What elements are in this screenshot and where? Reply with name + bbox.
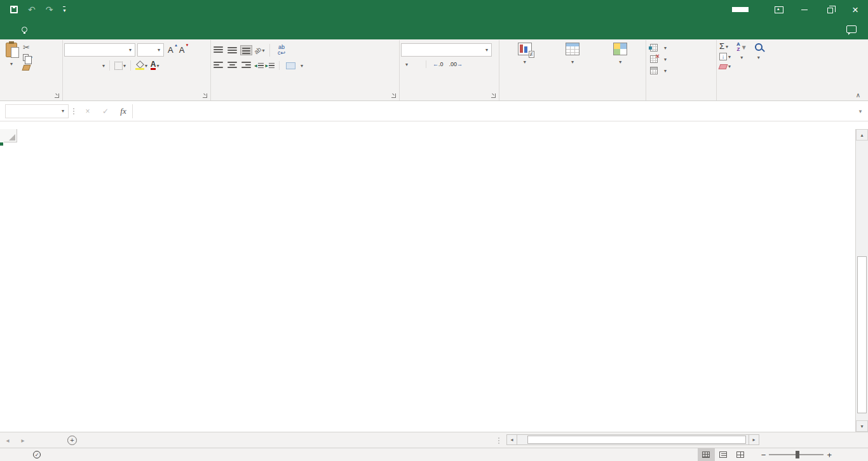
sign-in-button[interactable] — [732, 7, 749, 12]
dialog-launcher-icon[interactable] — [55, 93, 59, 98]
decrease-indent-button[interactable]: ◂ — [254, 62, 264, 69]
dialog-launcher-icon[interactable] — [391, 93, 396, 98]
paste-button[interactable]: ▾ — [3, 41, 20, 70]
vertical-scrollbar[interactable]: ▴ ▾ — [855, 129, 868, 432]
cell-styles-button[interactable]: ▾ — [597, 41, 644, 66]
horizontal-scroll-thumb[interactable] — [527, 436, 746, 444]
normal-view-button[interactable] — [698, 448, 715, 461]
zoom-slider[interactable] — [769, 454, 824, 455]
align-left-button[interactable] — [212, 60, 224, 71]
merge-cells-icon — [286, 62, 295, 69]
redo-icon[interactable]: ↷ — [46, 5, 53, 14]
orientation-button[interactable]: ab▾ — [254, 45, 265, 56]
increase-indent-button[interactable]: ▸ — [266, 62, 275, 69]
borders-button[interactable]: ▾ — [114, 60, 126, 71]
fill-color-button[interactable]: ▾ — [135, 60, 147, 71]
increase-font-button[interactable]: A▴ — [166, 45, 175, 55]
minimize-button[interactable] — [792, 0, 817, 19]
page-layout-view-button[interactable] — [715, 448, 732, 461]
select-all-corner[interactable] — [0, 129, 17, 142]
bold-button[interactable] — [64, 60, 75, 71]
decrease-decimal-button[interactable]: .00→ — [447, 60, 465, 69]
number-format-select[interactable]: ▾ — [401, 43, 492, 57]
zoom-out-icon[interactable]: − — [758, 450, 770, 460]
sort-filter-button[interactable]: AZ▼ ▾ — [733, 41, 751, 63]
autosum-button[interactable]: Σ▾ — [719, 43, 731, 50]
merge-center-button[interactable]: ▾ — [284, 61, 305, 71]
ribbon-tab-row — [0, 19, 868, 39]
increase-decimal-button[interactable]: ←.0 — [431, 60, 445, 69]
customize-toolbar-icon[interactable]: ▾ — [63, 6, 65, 13]
percent-format-button[interactable] — [412, 63, 416, 65]
zoom-in-icon[interactable]: + — [824, 450, 835, 460]
format-as-table-button[interactable]: ▾ — [548, 41, 596, 66]
close-button[interactable]: × — [843, 0, 868, 19]
sigma-icon: Σ — [719, 43, 724, 50]
accessibility-status[interactable]: ✓ — [33, 451, 44, 458]
dialog-launcher-icon[interactable] — [203, 93, 207, 98]
insert-function-icon[interactable]: fx — [114, 106, 132, 116]
copy-button[interactable]: ▾ — [23, 54, 32, 61]
fill-button[interactable]: ↓▾ — [719, 53, 731, 60]
chevron-down-icon: ▾ — [129, 47, 132, 53]
divider — [130, 60, 131, 71]
comma-format-button[interactable] — [417, 63, 421, 65]
horizontal-scroll-track[interactable] — [517, 434, 749, 445]
comments-button[interactable] — [846, 19, 868, 39]
expand-formula-bar-icon[interactable]: ▾ — [855, 108, 865, 114]
new-sheet-button[interactable]: + — [67, 432, 77, 448]
insert-cells-button[interactable]: ▾ — [648, 43, 669, 53]
underline-button[interactable] — [90, 60, 100, 71]
currency-format-button[interactable]: ▾ — [401, 60, 410, 69]
cut-button[interactable]: ✂ — [23, 44, 32, 52]
formula-input[interactable] — [133, 104, 855, 118]
conditional-formatting-button[interactable]: ≠ ▾ — [501, 41, 548, 66]
tell-me-box[interactable] — [22, 19, 32, 39]
page-break-view-button[interactable] — [732, 448, 749, 461]
chevron-down-icon: ▾ — [571, 58, 574, 66]
vertical-scroll-thumb[interactable] — [857, 256, 867, 413]
confirm-entry-icon[interactable]: ✓ — [97, 107, 114, 116]
dialog-launcher-icon[interactable] — [491, 93, 496, 98]
zoom-slider-thumb[interactable] — [796, 451, 799, 458]
name-box[interactable]: ▾ — [5, 104, 69, 118]
align-middle-button[interactable] — [226, 45, 238, 55]
align-right-button[interactable] — [240, 60, 252, 71]
ribbon-display-options-button[interactable] — [766, 0, 792, 19]
wrap-text-button[interactable]: abc↩ — [275, 43, 291, 57]
cancel-entry-icon[interactable]: × — [79, 107, 97, 116]
align-bottom-button[interactable] — [240, 45, 252, 55]
clear-button[interactable]: ▾ — [719, 63, 731, 69]
sheet-top-gap — [0, 121, 868, 129]
tabbar-splitter[interactable] — [498, 437, 499, 444]
next-sheet-icon[interactable]: ▸ — [15, 432, 31, 448]
italic-button[interactable] — [77, 60, 88, 71]
scroll-up-icon[interactable]: ▴ — [856, 129, 868, 141]
chevron-down-icon: ▾ — [145, 63, 147, 69]
save-icon[interactable] — [10, 6, 18, 13]
scroll-right-icon[interactable]: ▸ — [749, 434, 759, 445]
formula-bar-splitter[interactable] — [69, 108, 79, 114]
font-name-select[interactable]: ▾ — [64, 43, 135, 57]
undo-icon[interactable]: ↶ — [28, 5, 36, 14]
collapse-ribbon-icon[interactable]: ∧ — [856, 92, 860, 99]
restore-button[interactable] — [817, 0, 843, 19]
accessibility-icon: ✓ — [33, 451, 41, 458]
align-center-button[interactable] — [226, 60, 238, 71]
font-color-button[interactable]: A▾ — [149, 60, 160, 71]
format-cells-button[interactable]: ▾ — [648, 65, 669, 76]
find-select-button[interactable]: ▾ — [751, 41, 766, 63]
previous-sheet-icon[interactable]: ◂ — [0, 432, 15, 448]
decrease-font-button[interactable]: A▾ — [177, 45, 187, 55]
font-size-select[interactable]: ▾ — [137, 43, 164, 57]
align-top-button[interactable] — [212, 45, 224, 55]
wrap-text-icon: abc↩ — [276, 45, 287, 56]
indent-lines-icon — [258, 63, 264, 69]
horizontal-scrollbar[interactable]: ◂ ▸ — [506, 434, 759, 445]
tab-spacer — [31, 432, 58, 448]
delete-cells-button[interactable]: ▾ — [648, 54, 669, 64]
chevron-down-icon[interactable]: ▾ — [102, 63, 105, 69]
scroll-down-icon[interactable]: ▾ — [856, 420, 868, 432]
format-painter-button[interactable] — [23, 64, 32, 71]
scroll-left-icon[interactable]: ◂ — [506, 434, 517, 445]
